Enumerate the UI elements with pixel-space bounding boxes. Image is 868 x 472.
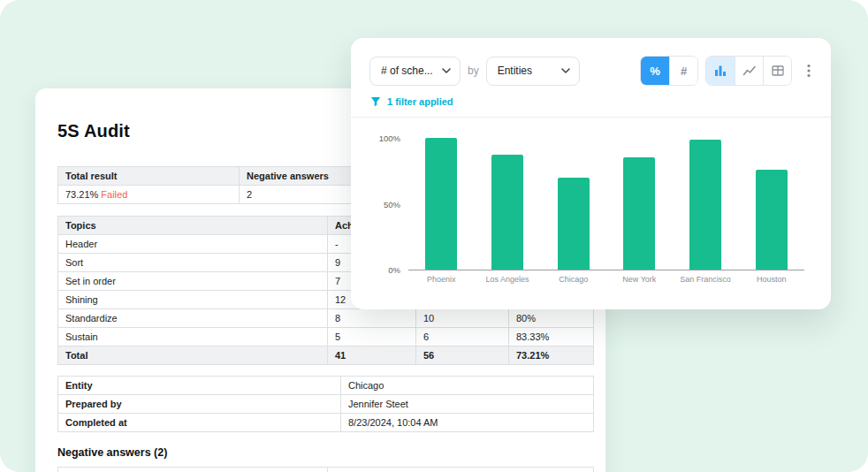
toolbar-divider xyxy=(351,117,831,118)
topics-cell: 8 xyxy=(328,309,416,328)
bar-slot: Phoenix xyxy=(408,138,475,270)
x-axis-label: Chicago xyxy=(559,275,588,284)
bar-slot: Houston xyxy=(738,138,804,270)
topics-row: Sustain5683.33% xyxy=(58,328,594,346)
by-label: by xyxy=(468,65,479,77)
kebab-menu-icon[interactable] xyxy=(801,57,817,85)
chevron-down-icon xyxy=(442,68,451,73)
topics-cell: 10 xyxy=(416,309,509,328)
total-result-cell: 73.21%Failed xyxy=(58,186,240,204)
bar-slot: San Francisco xyxy=(673,138,739,270)
topics-cell: Sort xyxy=(58,254,328,272)
topics-cell: 83.33% xyxy=(509,328,594,346)
dimension-dropdown[interactable]: Entities xyxy=(486,57,580,86)
bar-slot: Los Angeles xyxy=(475,138,541,270)
value-mode-toggle: % # xyxy=(640,56,698,86)
x-axis-label: New York xyxy=(622,275,656,284)
bar-slot: New York xyxy=(606,138,673,270)
topics-row: Standardize81080% xyxy=(58,309,594,328)
table-view-icon-button[interactable] xyxy=(763,57,791,85)
summary-header-total-result: Total result xyxy=(58,167,240,186)
dimension-dropdown-value: Entities xyxy=(498,65,532,77)
topics-cell: Header xyxy=(58,235,328,254)
meta-value-cell: Jennifer Steet xyxy=(341,395,594,414)
chart-type-toggle xyxy=(705,56,792,86)
topics-cell: Set in order xyxy=(58,272,328,291)
percent-toggle-button[interactable]: % xyxy=(641,57,669,85)
negative-answers-table: Labels exist to indicate boxes, shelves … xyxy=(57,467,594,472)
x-axis-label: Phoenix xyxy=(427,275,456,284)
plot-area: PhoenixLos AngelesChicagoNew YorkSan Fra… xyxy=(408,138,804,270)
line-chart-icon xyxy=(742,64,757,78)
bar-phoenix[interactable] xyxy=(425,138,457,270)
bar-san-francisco[interactable] xyxy=(689,140,721,270)
topics-cell: 6 xyxy=(416,328,509,346)
line-chart-icon-button[interactable] xyxy=(735,57,763,85)
bar-los-angeles[interactable] xyxy=(491,155,523,270)
negative-answers-heading: Negative answers (2) xyxy=(57,446,594,459)
filter-text: 1 filter applied xyxy=(387,96,453,107)
x-axis-label: San Francisco xyxy=(680,275,731,284)
bar-houston[interactable] xyxy=(756,170,788,270)
meta-row: Completed at8/23/2024, 10:04 AM xyxy=(58,414,594,432)
chart-toolbar: # of sche... by Entities % # xyxy=(351,38,831,86)
topics-total-row: Total415673.21% xyxy=(58,346,594,365)
topics-cell: Shining xyxy=(58,291,328,309)
topics-cell: 5 xyxy=(328,328,416,346)
result-percent: 73.21% xyxy=(65,189,98,200)
meta-value-cell: Chicago xyxy=(341,377,594,395)
meta-label-cell: Entity xyxy=(58,377,341,395)
chevron-down-icon xyxy=(561,68,570,73)
bar-chart-icon-button[interactable] xyxy=(706,57,735,85)
x-axis-label: Houston xyxy=(757,275,787,284)
negative-answer-cell: Poor xyxy=(328,468,594,472)
topics-total-cell: 73.21% xyxy=(509,346,594,365)
table-view-icon xyxy=(771,64,785,78)
metric-dropdown-value: # of sche... xyxy=(381,65,433,77)
negative-question-cell: Labels exist to indicate boxes, shelves … xyxy=(58,468,328,472)
negative-answer-row: Labels exist to indicate boxes, shelves … xyxy=(58,468,594,472)
y-axis-tick: 50% xyxy=(384,199,400,209)
bar-chart: PhoenixLos AngelesChicagoNew YorkSan Fra… xyxy=(408,138,804,270)
y-axis-tick: 100% xyxy=(379,133,400,143)
y-axis-tick: 0% xyxy=(388,265,400,275)
meta-label-cell: Completed at xyxy=(58,414,341,432)
topics-cell: Sustain xyxy=(58,328,328,346)
bar-chicago[interactable] xyxy=(558,178,590,270)
bar-new-york[interactable] xyxy=(623,157,655,270)
topics-total-cell: 41 xyxy=(328,346,416,365)
meta-row: Prepared byJennifer Steet xyxy=(58,395,594,414)
topics-total-cell: 56 xyxy=(416,346,509,365)
topics-total-cell: Total xyxy=(58,346,328,365)
topics-cell: 80% xyxy=(509,309,594,328)
meta-row: EntityChicago xyxy=(58,377,594,395)
topics-cell: Standardize xyxy=(58,309,328,328)
meta-table: EntityChicagoPrepared byJennifer SteetCo… xyxy=(57,376,594,432)
chart-widget: # of sche... by Entities % # xyxy=(351,38,831,309)
filter-status[interactable]: 1 filter applied xyxy=(370,96,831,107)
metric-dropdown[interactable]: # of sche... xyxy=(369,57,461,86)
topics-header-cell: Topics xyxy=(58,217,328,235)
bar-slot: Chicago xyxy=(540,138,606,270)
x-axis-label: Los Angeles xyxy=(485,275,529,284)
meta-label-cell: Prepared by xyxy=(58,395,341,414)
result-status: Failed xyxy=(101,189,127,200)
app-background: 5S Audit Total result Negative answers 7… xyxy=(0,0,868,472)
meta-value-cell: 8/23/2024, 10:04 AM xyxy=(341,414,594,432)
bar-chart-icon xyxy=(713,64,727,78)
count-toggle-button[interactable]: # xyxy=(669,57,697,85)
filter-icon xyxy=(370,96,381,107)
